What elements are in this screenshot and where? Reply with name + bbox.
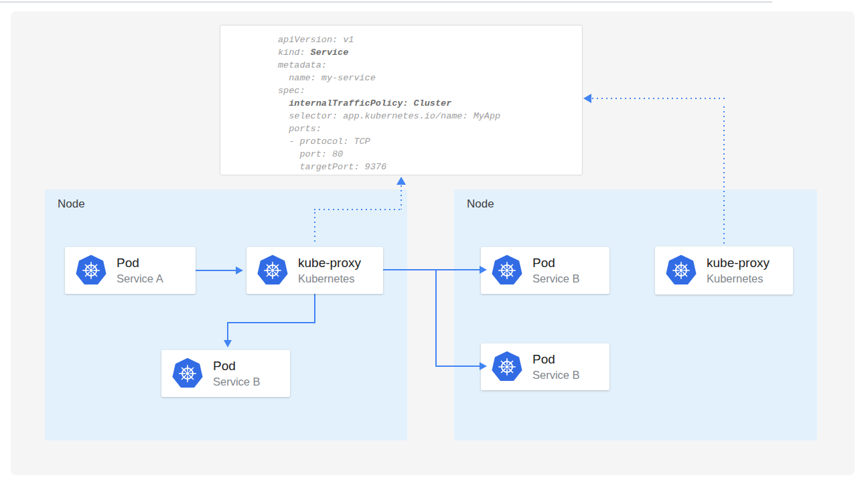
- diagram-stage: apiVersion: v1kind: Servicemetadata: nam…: [0, 0, 868, 488]
- pod-service-b-left-card: Pod Service B: [161, 350, 290, 397]
- pod-service-b-right-top-card: Pod Service B: [481, 247, 609, 294]
- kubernetes-icon: [492, 351, 522, 382]
- arrow-kube-proxy-to-pod-b-left-h: [227, 322, 315, 323]
- dotted-kube-proxy-left-up: [401, 185, 402, 210]
- dotted-arrow-to-yaml-bottom-head: [396, 177, 406, 185]
- arrow-pod-a-to-kube-proxy-line: [194, 270, 236, 271]
- arrow-kube-proxy-to-pod-b-left-v1: [314, 294, 315, 323]
- node-left-label: Node: [58, 197, 85, 211]
- dotted-arrow-to-yaml-right-head: [583, 94, 591, 103]
- arrow-branch-vertical: [435, 269, 437, 367]
- card-subtitle: Service A: [117, 271, 163, 287]
- card-subtitle: Service B: [532, 271, 580, 287]
- kubernetes-icon: [257, 255, 288, 286]
- card-title: Pod: [532, 351, 580, 368]
- kubernetes-icon: [666, 255, 697, 286]
- pod-service-a-card: Pod Service A: [65, 247, 196, 294]
- arrow-kube-proxy-to-right-pod-bottom-head: [480, 362, 487, 370]
- card-title: Pod: [117, 254, 163, 271]
- dotted-kube-proxy-right-horizontal: [592, 98, 725, 99]
- kube-proxy-left-card: kube-proxy Kubernetes: [246, 247, 383, 294]
- card-subtitle: Kubernetes: [298, 271, 361, 287]
- arrow-kube-proxy-to-right-pod-top-line: [383, 269, 480, 270]
- service-yaml-card: apiVersion: v1kind: Servicemetadata: nam…: [220, 25, 583, 175]
- kubernetes-icon: [172, 358, 203, 389]
- dotted-kube-proxy-left-vertical: [314, 212, 315, 244]
- dotted-kube-proxy-left-horizontal: [314, 209, 402, 210]
- card-title: kube-proxy: [707, 254, 770, 271]
- yaml-code: apiVersion: v1kind: Servicemetadata: nam…: [220, 25, 582, 173]
- kube-proxy-right-card: kube-proxy Kubernetes: [655, 246, 793, 295]
- dotted-kube-proxy-right-vertical: [723, 106, 725, 246]
- arrow-kube-proxy-to-right-pod-bottom-line: [435, 365, 480, 367]
- card-title: kube-proxy: [298, 254, 361, 271]
- kubernetes-icon: [492, 255, 522, 286]
- card-subtitle: Service B: [532, 368, 580, 383]
- arrow-kube-proxy-to-pod-b-left-head: [224, 340, 232, 347]
- top-border-line: [0, 1, 772, 3]
- arrow-kube-proxy-to-pod-b-left-v2: [227, 322, 228, 341]
- arrow-pod-a-to-kube-proxy-head: [236, 266, 243, 274]
- node-left: Node: [45, 189, 407, 440]
- card-title: Pod: [532, 254, 580, 271]
- card-subtitle: Service B: [213, 374, 261, 390]
- pod-service-b-right-bottom-card: Pod Service B: [481, 343, 609, 390]
- card-title: Pod: [213, 357, 261, 374]
- node-right: Node: [454, 189, 817, 440]
- arrow-kube-proxy-to-right-pod-top-head: [480, 266, 487, 274]
- card-subtitle: Kubernetes: [707, 271, 770, 287]
- node-right-label: Node: [467, 197, 494, 211]
- kubernetes-icon: [76, 255, 106, 286]
